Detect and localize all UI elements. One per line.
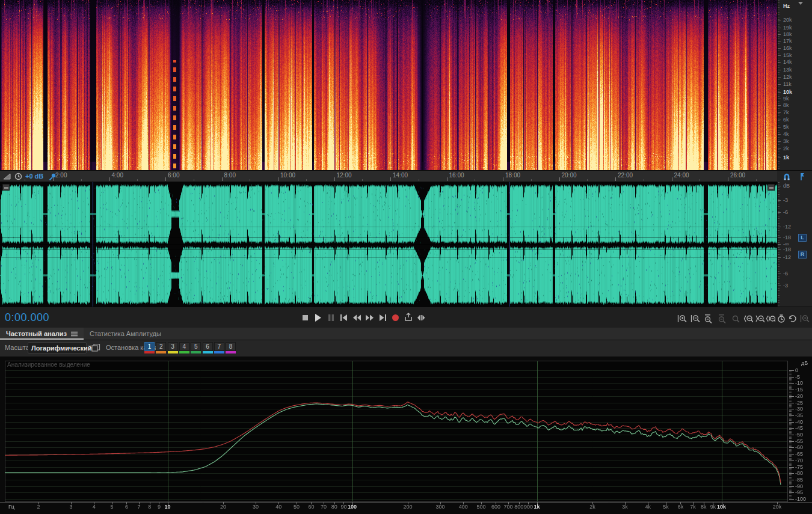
fast-forward-button[interactable] <box>364 313 375 323</box>
zoom-in-right-edge-icon <box>755 314 764 323</box>
zoom-revert-button[interactable] <box>787 314 798 324</box>
hud-gain-icon[interactable] <box>2 184 10 191</box>
zoom-in-vertical-icon <box>677 314 687 323</box>
zoom-out-vertical-icon <box>691 314 700 323</box>
time-tick-minor <box>475 179 475 181</box>
zoom-reset-button[interactable] <box>730 314 740 324</box>
freq-ruler-tick <box>778 158 781 158</box>
stop-button[interactable] <box>300 313 310 323</box>
waveform-db-ruler: dB-3-6-12-18-∞-18-12-6-3 LR <box>777 182 812 307</box>
loop-playback-button[interactable] <box>403 313 414 323</box>
zoom-out-full-button[interactable] <box>703 314 713 324</box>
skip-to-start-button[interactable] <box>339 313 349 323</box>
x-tick-label: 6k <box>678 504 684 510</box>
copy-graph-icon[interactable] <box>91 343 100 352</box>
db-ruler-tick <box>778 200 781 201</box>
time-tick-major <box>503 177 503 181</box>
x-tick-label: 90 <box>340 504 346 510</box>
waveform-display[interactable] <box>0 182 777 307</box>
panel-menu-arrow-icon[interactable] <box>798 1 804 5</box>
db-ruler-tick <box>778 212 781 213</box>
pause-button[interactable] <box>325 313 336 323</box>
zoom-selection-width-button[interactable] <box>765 314 775 324</box>
x-tick-label: 9 <box>158 504 161 510</box>
time-label: 14:00 <box>393 172 408 179</box>
clock-icon[interactable] <box>14 173 22 180</box>
zoom-out-vertical-button[interactable] <box>690 314 700 324</box>
zoom-to-selection-icon <box>718 314 727 323</box>
freeze-button-4[interactable]: 4 <box>179 342 189 351</box>
zoom-in-time-icon <box>800 314 810 323</box>
time-tick-major <box>53 177 54 181</box>
time-tick-major <box>109 177 110 181</box>
zoom-in-vertical-button[interactable] <box>677 314 687 324</box>
skip-to-end-button[interactable] <box>377 313 388 323</box>
tab-amplitude-statistics[interactable]: Статистика Амплитуды <box>84 328 167 340</box>
x-tick-label: 20 <box>220 504 226 510</box>
x-tick-label: 2k <box>589 504 595 510</box>
zoom-in-time-button[interactable] <box>799 314 810 324</box>
zoom-out-full-icon <box>704 314 713 323</box>
zoom-in-left-edge-button[interactable] <box>743 314 753 324</box>
tab-label: Частотный анализ <box>6 330 67 337</box>
time-tick-minor <box>531 179 532 181</box>
freeze-button-1[interactable]: 1 <box>144 342 155 351</box>
freeze-button-8[interactable]: 8 <box>226 342 236 351</box>
skip-selection-button[interactable] <box>416 313 427 323</box>
time-ruler[interactable]: +0 dB 2:004:006:008:0010:0012:0014:0016:… <box>0 170 812 182</box>
gain-value[interactable]: +0 dB <box>25 173 43 180</box>
markers-icon[interactable] <box>796 172 806 181</box>
play-icon <box>313 313 323 323</box>
time-tick-major <box>390 177 391 181</box>
freq-ruler-label: 11k <box>783 81 792 87</box>
time-tick-minor <box>700 179 700 181</box>
freeze-button-5[interactable]: 5 <box>191 342 201 351</box>
y-tick-label: -50 <box>795 432 803 438</box>
rewind-button[interactable] <box>351 313 362 323</box>
freq-ruler-label: 3k <box>783 138 789 144</box>
stop-icon <box>300 313 310 323</box>
time-tick-major <box>278 177 278 181</box>
x-tick-label: 800 <box>514 504 523 510</box>
freeze-button-6[interactable]: 6 <box>203 342 213 351</box>
db-ruler-tick <box>778 186 781 186</box>
tab-frequency-analysis[interactable]: Частотный анализ <box>0 328 84 340</box>
freeze-button-7[interactable]: 7 <box>214 342 224 351</box>
record-button[interactable] <box>390 313 401 323</box>
fast-forward-icon <box>364 313 375 323</box>
freeze-button-3[interactable]: 3 <box>168 342 178 351</box>
y-tick-label: -85 <box>795 477 803 483</box>
snap-icon[interactable] <box>782 172 792 181</box>
channel-button-l[interactable]: L <box>798 234 807 242</box>
zoom-to-selection-button[interactable] <box>717 314 727 324</box>
time-label: 2:00 <box>55 172 67 179</box>
freq-ruler-tick <box>778 105 781 106</box>
spectrogram-display[interactable] <box>0 0 777 170</box>
y-axis-unit: дБ <box>801 360 808 366</box>
zoom-history-button[interactable] <box>776 314 786 324</box>
waveform-menu-icon[interactable] <box>767 184 775 191</box>
zoom-in-right-edge-button[interactable] <box>754 314 764 324</box>
zoom-reset-icon <box>731 314 740 323</box>
freq-ruler-label: 6k <box>783 117 789 123</box>
y-tick-label: -75 <box>795 464 803 470</box>
y-tick-label: -45 <box>795 425 803 431</box>
db-ruler-label: -6 <box>783 209 788 215</box>
play-button[interactable] <box>313 313 324 323</box>
time-label: 22:00 <box>618 172 633 179</box>
time-tick-minor <box>81 179 82 181</box>
x-tick-label: 9k <box>710 504 716 510</box>
time-label: 8:00 <box>224 172 236 179</box>
channel-button-r[interactable]: R <box>798 251 807 259</box>
scale-dropdown[interactable]: Логарифмический <box>28 342 87 353</box>
panel-menu-icon[interactable] <box>71 331 78 337</box>
x-tick-label: 200 <box>403 504 412 510</box>
time-tick-minor <box>644 179 644 181</box>
time-display[interactable]: 0:00.000 <box>5 311 49 324</box>
freeze-button-2[interactable]: 2 <box>156 342 166 351</box>
volume-envelope-icon[interactable] <box>3 172 11 180</box>
zoom-revert-icon <box>788 314 798 323</box>
freq-ruler-tick <box>778 127 781 127</box>
time-tick-minor <box>587 179 588 181</box>
db-ruler-label: dB <box>783 183 790 189</box>
